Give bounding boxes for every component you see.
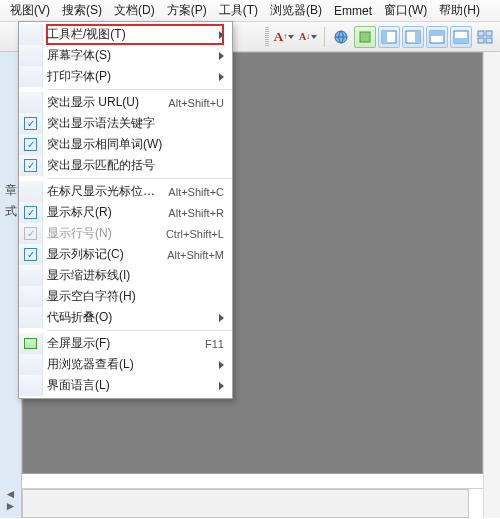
check-icon xyxy=(24,248,37,261)
menu-item-5[interactable]: 突出显示语法关键字 xyxy=(19,113,232,134)
layout-top-button[interactable] xyxy=(426,26,448,48)
menu-item-4[interactable]: 突出显示 URL(U)Alt+Shift+U xyxy=(19,92,232,113)
menu-item-accel: Alt+Shift+M xyxy=(167,249,224,261)
svg-rect-9 xyxy=(454,38,468,43)
menu-browser[interactable]: 浏览器(B) xyxy=(264,0,328,21)
menu-check-zone xyxy=(19,375,43,396)
menu-item-2[interactable]: 打印字体(P) xyxy=(19,66,232,87)
menu-item-10[interactable]: 显示标尺(R)Alt+Shift+R xyxy=(19,202,232,223)
check-icon xyxy=(24,227,37,240)
layout-right-icon xyxy=(405,29,421,45)
fullscreen-icon xyxy=(24,338,37,349)
font-smaller-button[interactable]: A↓ xyxy=(297,26,319,48)
submenu-arrow-icon xyxy=(219,361,224,369)
toolbar-grip[interactable] xyxy=(265,27,269,47)
menu-item-18[interactable]: 用浏览器查看(L) xyxy=(19,354,232,375)
menu-item-14[interactable]: 显示空白字符(H) xyxy=(19,286,232,307)
menu-check-zone xyxy=(19,24,43,45)
menu-tools[interactable]: 工具(T) xyxy=(213,0,264,21)
menu-item-label: 屏幕字体(S) xyxy=(47,47,213,64)
font-bigger-button[interactable]: A↑ xyxy=(273,26,295,48)
menu-search[interactable]: 搜索(S) xyxy=(56,0,108,21)
menu-help[interactable]: 帮助(H) xyxy=(433,0,486,21)
svg-rect-12 xyxy=(478,38,484,43)
menu-window[interactable]: 窗口(W) xyxy=(378,0,433,21)
menu-check-zone xyxy=(19,354,43,375)
menu-item-label: 显示空白字符(H) xyxy=(47,288,224,305)
check-icon xyxy=(24,138,37,151)
layout-bottom-icon xyxy=(453,29,469,45)
menu-item-label: 显示行号(N) xyxy=(47,225,158,242)
menu-check-zone xyxy=(19,66,43,87)
menu-check-zone xyxy=(19,92,43,113)
svg-rect-7 xyxy=(430,31,444,36)
dock-tab-1[interactable]: 章 xyxy=(5,182,17,199)
menu-item-11: 显示行号(N)Ctrl+Shift+L xyxy=(19,223,232,244)
menu-item-19[interactable]: 界面语言(L) xyxy=(19,375,232,396)
menu-separator xyxy=(47,330,232,331)
menu-item-accel: Alt+Shift+R xyxy=(168,207,224,219)
svg-rect-10 xyxy=(478,31,484,36)
menu-project[interactable]: 方案(P) xyxy=(161,0,213,21)
layout-left-button[interactable] xyxy=(378,26,400,48)
menu-view[interactable]: 视图(V) xyxy=(4,0,56,21)
menu-check-zone xyxy=(19,181,43,202)
menu-item-0[interactable]: 工具栏/视图(T) xyxy=(19,24,232,45)
menu-item-label: 打印字体(P) xyxy=(47,68,213,85)
layout-right-button[interactable] xyxy=(402,26,424,48)
menu-item-7[interactable]: 突出显示匹配的括号 xyxy=(19,155,232,176)
menu-item-label: 代码折叠(O) xyxy=(47,309,213,326)
menu-item-17[interactable]: 全屏显示(F)F11 xyxy=(19,333,232,354)
check-icon xyxy=(24,206,37,219)
toolbar-separator xyxy=(324,27,325,47)
tile-icon xyxy=(477,29,493,45)
menu-item-label: 在标尺显示光标位置(I) xyxy=(47,183,160,200)
submenu-arrow-icon xyxy=(219,31,224,39)
menu-item-9[interactable]: 在标尺显示光标位置(I)Alt+Shift+C xyxy=(19,181,232,202)
menu-check-zone xyxy=(19,202,43,223)
menu-item-1[interactable]: 屏幕字体(S) xyxy=(19,45,232,66)
horizontal-scrollbar[interactable] xyxy=(22,489,469,518)
menu-item-label: 显示标尺(R) xyxy=(47,204,160,221)
menu-check-zone xyxy=(19,244,43,265)
menu-item-6[interactable]: 突出显示相同单词(W) xyxy=(19,134,232,155)
submenu-arrow-icon xyxy=(219,314,224,322)
menu-check-zone xyxy=(19,333,43,354)
submenu-arrow-icon xyxy=(219,52,224,60)
layout-left-icon xyxy=(381,29,397,45)
menu-separator xyxy=(47,89,232,90)
menu-item-label: 显示缩进标线(I) xyxy=(47,267,224,284)
menu-item-accel: Ctrl+Shift+L xyxy=(166,228,224,240)
menu-item-label: 突出显示 URL(U) xyxy=(47,94,160,111)
external-tool-button[interactable] xyxy=(354,26,376,48)
menu-document[interactable]: 文档(D) xyxy=(108,0,161,21)
vertical-scrollbar[interactable] xyxy=(483,52,500,518)
menu-item-accel: Alt+Shift+C xyxy=(168,186,224,198)
dock-tab-2[interactable]: 式 xyxy=(5,203,17,220)
menu-check-zone xyxy=(19,113,43,134)
menu-check-zone xyxy=(19,265,43,286)
menu-item-12[interactable]: 显示列标记(C)Alt+Shift+M xyxy=(19,244,232,265)
menu-check-zone xyxy=(19,223,43,244)
menu-item-accel: Alt+Shift+U xyxy=(168,97,224,109)
menu-check-zone xyxy=(19,134,43,155)
menu-emmet[interactable]: Emmet xyxy=(328,2,378,20)
menu-item-15[interactable]: 代码折叠(O) xyxy=(19,307,232,328)
check-icon xyxy=(24,159,37,172)
tile-windows-button[interactable] xyxy=(474,26,496,48)
menu-check-zone xyxy=(19,45,43,66)
layout-top-icon xyxy=(429,29,445,45)
menu-item-label: 全屏显示(F) xyxy=(47,335,197,352)
preview-browser-button[interactable] xyxy=(330,26,352,48)
menu-bar: 视图(V) 搜索(S) 文档(D) 方案(P) 工具(T) 浏览器(B) Emm… xyxy=(0,0,500,22)
view-dropdown-menu: 工具栏/视图(T)屏幕字体(S)打印字体(P)突出显示 URL(U)Alt+Sh… xyxy=(18,21,233,399)
svg-rect-1 xyxy=(360,32,370,42)
menu-item-label: 用浏览器查看(L) xyxy=(47,356,213,373)
menu-item-label: 工具栏/视图(T) xyxy=(47,26,213,43)
submenu-arrow-icon xyxy=(219,73,224,81)
dock-scroll-arrows[interactable]: ◄► xyxy=(5,488,17,512)
menu-item-13[interactable]: 显示缩进标线(I) xyxy=(19,265,232,286)
tool-icon xyxy=(357,29,373,45)
submenu-arrow-icon xyxy=(219,382,224,390)
layout-bottom-button[interactable] xyxy=(450,26,472,48)
